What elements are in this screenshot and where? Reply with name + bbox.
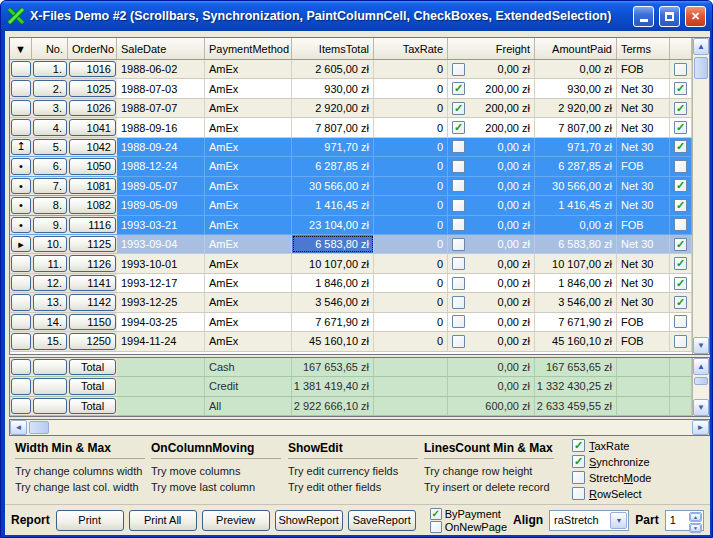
- scroll-left-button[interactable]: ◄: [10, 420, 27, 435]
- cell-saledate[interactable]: 1993-03-21: [117, 216, 205, 234]
- cell-itemstotal[interactable]: 30 566,00 zł: [292, 177, 374, 195]
- cell-saledate[interactable]: 1993-09-04: [117, 235, 205, 253]
- row-no-button[interactable]: 2.: [33, 80, 67, 96]
- column-header-TaxRate[interactable]: TaxRate: [374, 38, 448, 59]
- terms-checkbox[interactable]: ✓: [674, 277, 687, 290]
- cell-paymentmethod[interactable]: AmEx: [205, 60, 292, 78]
- row-no-button[interactable]: 14.: [33, 314, 67, 330]
- cell-taxrate[interactable]: 0: [374, 99, 448, 117]
- cell-saledate[interactable]: 1993-12-17: [117, 274, 205, 292]
- cell-paymentmethod[interactable]: AmEx: [205, 196, 292, 214]
- cell-itemstotal[interactable]: 45 160,10 zł: [292, 332, 374, 350]
- option-checkbox-stretchmode[interactable]: StretchMode: [572, 471, 651, 484]
- bypayment-checkbox[interactable]: ✓: [430, 508, 442, 520]
- freight-checkbox[interactable]: ✓: [452, 102, 465, 115]
- cell-terms[interactable]: FOB: [617, 216, 670, 234]
- scroll-down-button[interactable]: ▼: [693, 337, 709, 354]
- terms-checkbox[interactable]: ✓: [674, 296, 687, 309]
- row-orderno-button[interactable]: 1041: [69, 119, 116, 135]
- row-indicator[interactable]: [11, 80, 31, 96]
- freight-checkbox[interactable]: [452, 160, 465, 173]
- cell-paymentmethod[interactable]: AmEx: [205, 332, 292, 350]
- cell-saledate[interactable]: 1988-07-07: [117, 99, 205, 117]
- cell-saledate[interactable]: 1988-06-02: [117, 60, 205, 78]
- taxrate-checkbox[interactable]: ✓: [572, 439, 585, 452]
- cell-paymentmethod[interactable]: AmEx: [205, 274, 292, 292]
- totals-scroll-down-button[interactable]: ▼: [693, 399, 709, 416]
- column-select-icon[interactable]: ▼: [15, 43, 26, 55]
- scroll-track[interactable]: [693, 81, 709, 337]
- row-indicator[interactable]: ↥: [11, 139, 31, 155]
- row-orderno-button[interactable]: 1150: [69, 314, 116, 330]
- row-orderno-button[interactable]: 1250: [69, 333, 116, 349]
- terms-checkbox[interactable]: ✓: [674, 140, 687, 153]
- cell-taxrate[interactable]: 0: [374, 332, 448, 350]
- terms-checkbox[interactable]: [674, 315, 687, 328]
- freight-checkbox[interactable]: ✓: [452, 82, 465, 95]
- totals-label-button[interactable]: Total: [69, 378, 116, 394]
- maximize-button[interactable]: [659, 6, 680, 27]
- cell-saledate[interactable]: 1994-11-24: [117, 332, 205, 350]
- cell-freight[interactable]: 0,00 zł: [448, 138, 535, 156]
- terms-checkbox[interactable]: ✓: [674, 102, 687, 115]
- totals-scroll-thumb[interactable]: [694, 377, 708, 385]
- align-combobox[interactable]: raStretch ▼: [549, 510, 629, 531]
- terms-checkbox[interactable]: [674, 63, 687, 76]
- column-header-PaymentMethod[interactable]: PaymentMethod: [205, 38, 292, 59]
- column-header-ItemsTotal[interactable]: ItemsTotal: [292, 38, 374, 59]
- cell-terms-check[interactable]: [670, 157, 692, 175]
- cell-terms[interactable]: FOB: [617, 332, 670, 350]
- cell-itemstotal[interactable]: 930,00 zł: [292, 79, 374, 97]
- terms-checkbox[interactable]: ✓: [674, 238, 687, 251]
- cell-paymentmethod[interactable]: AmEx: [205, 79, 292, 97]
- column-header-indicator[interactable]: [670, 38, 692, 59]
- cell-saledate[interactable]: 1989-05-07: [117, 177, 205, 195]
- option-checkbox-synchronize[interactable]: ✓Synchronize: [572, 455, 651, 468]
- cell-paymentmethod[interactable]: AmEx: [205, 254, 292, 272]
- terms-checkbox[interactable]: [674, 218, 687, 231]
- cell-saledate[interactable]: 1989-05-09: [117, 196, 205, 214]
- row-indicator[interactable]: •: [11, 178, 31, 194]
- freight-checkbox[interactable]: [452, 199, 465, 212]
- cell-paymentmethod[interactable]: AmEx: [205, 157, 292, 175]
- cell-paymentmethod[interactable]: AmEx: [205, 138, 292, 156]
- cell-freight[interactable]: ✓200,00 zł: [448, 99, 535, 117]
- row-indicator[interactable]: •: [11, 197, 31, 213]
- cell-itemstotal[interactable]: 971,70 zł: [292, 138, 374, 156]
- cell-taxrate[interactable]: 0: [374, 118, 448, 136]
- row-indicator[interactable]: [11, 275, 31, 291]
- savereport-button[interactable]: SaveReport: [348, 510, 416, 531]
- cell-taxrate[interactable]: 0: [374, 274, 448, 292]
- print-button[interactable]: Print: [56, 510, 124, 531]
- cell-saledate[interactable]: 1993-10-01: [117, 254, 205, 272]
- totals-no-button[interactable]: [33, 378, 67, 394]
- column-header-AmountPaid[interactable]: AmountPaid: [535, 38, 617, 59]
- cell-amountpaid[interactable]: 2 920,00 zł: [535, 99, 617, 117]
- rowselect-checkbox[interactable]: [572, 487, 585, 500]
- cell-terms[interactable]: Net 30: [617, 196, 670, 214]
- cell-taxrate[interactable]: 0: [374, 138, 448, 156]
- column-header-Terms[interactable]: Terms: [617, 38, 670, 59]
- cell-taxrate[interactable]: 0: [374, 79, 448, 97]
- cell-saledate[interactable]: 1988-07-03: [117, 79, 205, 97]
- cell-freight[interactable]: 0,00 zł: [448, 254, 535, 272]
- cell-amountpaid[interactable]: 6 287,85 zł: [535, 157, 617, 175]
- totals-indicator[interactable]: [11, 359, 31, 375]
- row-no-button[interactable]: 1.: [33, 61, 67, 77]
- column-header-indicator[interactable]: ▼: [10, 38, 32, 59]
- row-no-button[interactable]: 8.: [33, 197, 67, 213]
- cell-freight[interactable]: ✓200,00 zł: [448, 79, 535, 97]
- totals-label-button[interactable]: Total: [69, 359, 116, 375]
- freight-checkbox[interactable]: [452, 335, 465, 348]
- freight-checkbox[interactable]: ✓: [452, 121, 465, 134]
- scroll-up-button[interactable]: ▲: [693, 38, 709, 55]
- row-orderno-button[interactable]: 1025: [69, 80, 116, 96]
- cell-terms[interactable]: FOB: [617, 60, 670, 78]
- row-orderno-button[interactable]: 1141: [69, 275, 116, 291]
- spin-down-button[interactable]: ▼: [689, 523, 702, 533]
- synchronize-checkbox[interactable]: ✓: [572, 455, 585, 468]
- cell-terms-check[interactable]: [670, 313, 692, 331]
- cell-taxrate[interactable]: 0: [374, 254, 448, 272]
- cell-amountpaid[interactable]: 45 160,10 zł: [535, 332, 617, 350]
- cell-terms-check[interactable]: ✓: [670, 235, 692, 253]
